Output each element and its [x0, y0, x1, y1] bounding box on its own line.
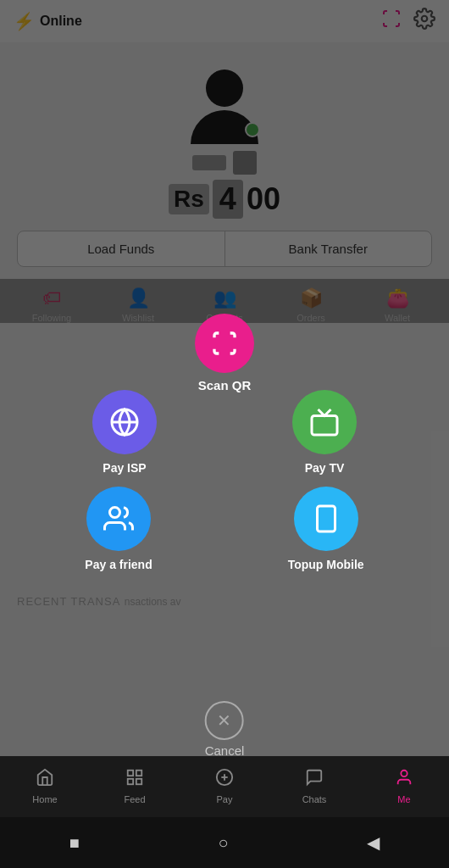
bottom-nav: Home Feed Pay Chats	[0, 756, 449, 817]
cancel-button[interactable]: ✕ Cancel	[205, 701, 245, 758]
nav-chats[interactable]: Chats	[269, 768, 359, 804]
pay-friend-label: Pay a friend	[85, 558, 152, 571]
cancel-x-icon: ✕	[217, 710, 231, 731]
me-icon	[395, 768, 413, 792]
pay-friend-button[interactable]	[86, 487, 151, 551]
android-square-btn[interactable]: ■	[69, 833, 80, 853]
svg-rect-5	[317, 506, 335, 531]
feed-label: Feed	[124, 794, 145, 804]
pay-isp-item[interactable]: Pay ISP	[92, 390, 157, 475]
pay-isp-label: Pay ISP	[103, 461, 146, 475]
cancel-label: Cancel	[205, 743, 245, 758]
svg-point-4	[110, 508, 120, 518]
svg-rect-8	[136, 770, 141, 775]
svg-rect-10	[128, 778, 133, 783]
svg-point-14	[401, 770, 407, 776]
nav-me[interactable]: Me	[359, 768, 449, 804]
pay-friend-item[interactable]: Pay a friend	[85, 487, 152, 571]
pay-tv-button[interactable]	[292, 390, 357, 454]
android-back-btn[interactable]: ◀	[367, 832, 380, 853]
home-label: Home	[32, 794, 57, 804]
feed-icon	[125, 768, 144, 792]
popup-bottom-row: Pay a friend Topup Mobile	[85, 487, 363, 571]
cancel-circle[interactable]: ✕	[205, 701, 244, 740]
chats-label: Chats	[302, 794, 327, 804]
topup-mobile-label: Topup Mobile	[288, 558, 364, 571]
scan-qr-circle[interactable]	[195, 314, 254, 373]
topup-mobile-item[interactable]: Topup Mobile	[288, 487, 364, 571]
chats-icon	[305, 768, 324, 792]
pay-tv-label: Pay TV	[305, 461, 345, 475]
pay-isp-button[interactable]	[92, 390, 157, 454]
me-label: Me	[397, 794, 410, 804]
svg-rect-7	[128, 770, 133, 775]
android-circle-btn[interactable]: ○	[218, 833, 228, 853]
home-icon	[36, 768, 54, 792]
nav-home[interactable]: Home	[0, 768, 90, 804]
scan-qr-label: Scan QR	[198, 378, 252, 392]
pay-icon	[215, 768, 234, 792]
android-nav: ■ ○ ◀	[0, 817, 449, 868]
popup-top-row: Pay ISP Pay TV	[92, 390, 357, 475]
scan-qr-button[interactable]: Scan QR	[195, 314, 254, 392]
nav-pay[interactable]: Pay	[180, 768, 269, 804]
pay-tv-item[interactable]: Pay TV	[292, 390, 357, 475]
topup-mobile-button[interactable]	[294, 487, 358, 551]
pay-label: Pay	[217, 794, 233, 804]
nav-feed[interactable]: Feed	[90, 768, 180, 804]
svg-rect-3	[312, 416, 337, 436]
svg-rect-9	[136, 778, 141, 783]
popup-actions: Pay ISP Pay TV Pay a friend	[0, 390, 449, 580]
